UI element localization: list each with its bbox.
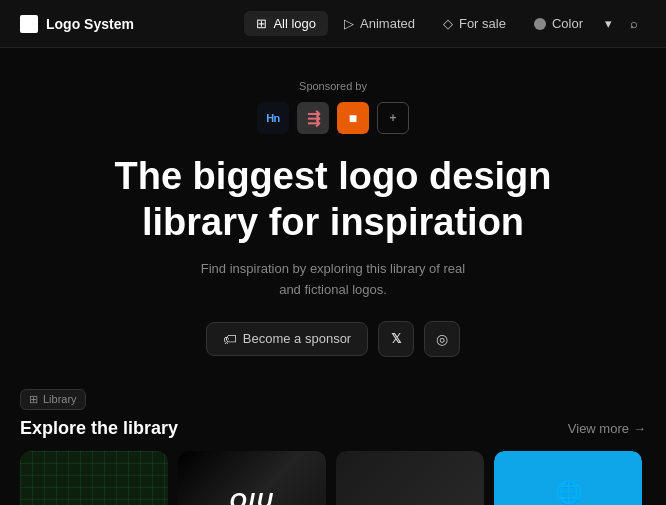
instagram-icon: ◎ [436,331,448,347]
chevron-down-icon: ▾ [605,16,612,31]
nav-color[interactable]: Color [522,11,595,36]
search-icon: ⌕ [630,16,638,31]
view-more-button[interactable]: View more → [568,421,646,436]
arrow-right-icon: → [633,421,646,436]
library-header: Explore the library View more → [20,418,646,439]
qiu-face: QIU [178,451,326,505]
library-title: Explore the library [20,418,178,439]
sponsor-logo-1[interactable]: Hn [257,102,289,134]
card-qiu[interactable]: QIU QIU [178,451,326,505]
logo[interactable]: Logo System [20,15,134,33]
hero-title-line1: The biggest logo design [115,155,552,197]
hero-buttons: 🏷 Become a sponsor 𝕏 ◎ [20,321,646,357]
grid-icon: ⊞ [256,16,267,31]
twitter-button[interactable]: 𝕏 [378,321,414,357]
sponsor-icon: 🏷 [223,331,237,347]
ecosystem-globe-icon: 🌐 [555,480,582,505]
qiu-image: QIU [178,451,326,505]
nav-for-sale[interactable]: ◇ For sale [431,11,518,36]
hero-subtitle: Find inspiration by exploring this libra… [20,259,646,301]
instagram-button[interactable]: ◎ [424,321,460,357]
standgreat-image: ✦ Standgreat [20,451,168,505]
library-badge: ⊞ Library [20,389,86,410]
grid-background [20,451,168,505]
nav-links: ⊞ All logo ▷ Animated ◇ For sale Color ▾… [244,11,646,36]
sponsored-label: Sponsored by [20,80,646,92]
nav-chevron-button[interactable]: ▾ [599,11,618,36]
ecosystem-image: 🌐 EcoSystem [494,451,642,505]
card-ecosystem[interactable]: 🌐 EcoSystem EcoSystem [494,451,642,505]
cards-row: ✦ Standgreat StandGreat QIU QIU 🌐 [20,451,646,505]
navbar: Logo System ⊞ All logo ▷ Animated ◇ For … [0,0,666,48]
library-icon: ⊞ [29,393,38,406]
hero-title: The biggest logo design library for insp… [20,154,646,245]
library-section: ⊞ Library Explore the library View more … [0,389,666,505]
nav-animated[interactable]: ▷ Animated [332,11,427,36]
become-sponsor-button[interactable]: 🏷 Become a sponsor [206,322,368,356]
hero-section: Sponsored by Hn ⇶ ■ + The biggest logo d… [0,48,666,389]
color-dot-icon [534,18,546,30]
sponsor-logo-add[interactable]: + [377,102,409,134]
logo-text: Logo System [46,16,134,32]
hero-title-line2: library for inspiration [142,201,524,243]
tag-icon: ◇ [443,16,453,31]
sponsor-logos: Hn ⇶ ■ + [20,102,646,134]
sponsor-logo-3[interactable]: ■ [337,102,369,134]
sponsor-logo-2[interactable]: ⇶ [297,102,329,134]
search-button[interactable]: ⌕ [622,11,646,36]
card-standgreat[interactable]: ✦ Standgreat StandGreat [20,451,168,505]
qiu-text: QIU [229,488,274,505]
twitter-icon: 𝕏 [391,331,401,346]
nav-all-logo[interactable]: ⊞ All logo [244,11,328,36]
card-middle[interactable] [336,451,484,505]
middle-image [336,451,484,505]
logo-icon [20,15,38,33]
play-icon: ▷ [344,16,354,31]
